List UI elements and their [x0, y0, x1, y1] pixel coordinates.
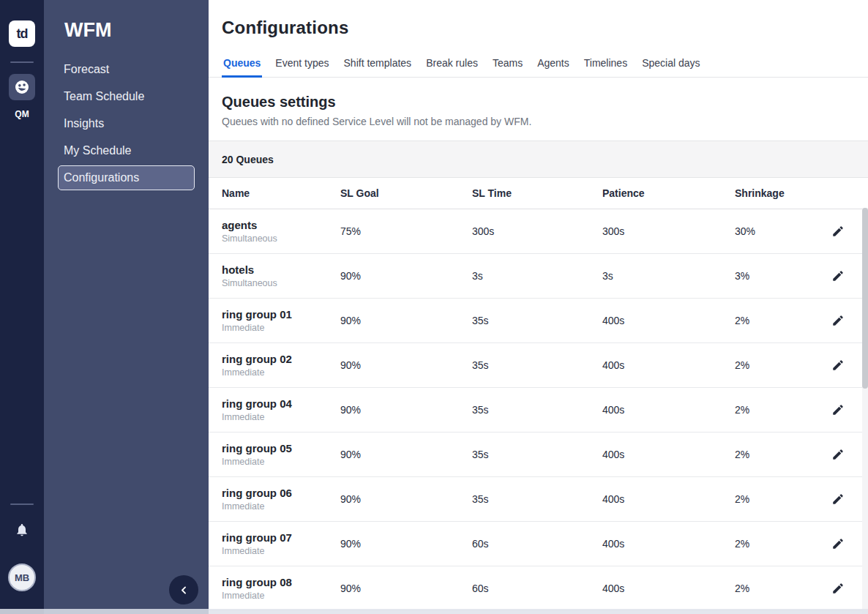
qm-app-label: QM	[15, 109, 29, 119]
edit-queue-button[interactable]	[830, 491, 846, 507]
queue-name: ring group 07	[222, 531, 340, 544]
queue-name: ring group 06	[222, 487, 340, 499]
edit-queue-button[interactable]	[830, 402, 846, 418]
tab-shift-templates[interactable]: Shift templates	[343, 53, 414, 78]
chevron-left-icon	[179, 585, 190, 596]
queue-name: ring group 02	[222, 353, 340, 365]
user-avatar[interactable]: MB	[8, 564, 36, 591]
notifications-bell-button[interactable]	[15, 523, 29, 537]
queue-patience: 400s	[602, 583, 735, 594]
column-header-sl-goal: SL Goal	[340, 187, 472, 199]
pencil-icon	[831, 493, 845, 506]
tab-special-days[interactable]: Special days	[640, 53, 701, 78]
queue-type: Immediate	[222, 501, 340, 512]
queue-patience: 400s	[602, 538, 735, 550]
queue-sl-goal: 90%	[340, 315, 472, 326]
tab-timelines[interactable]: Timelines	[583, 53, 629, 78]
edit-queue-button[interactable]	[830, 268, 846, 284]
queue-sl-time: 35s	[472, 359, 602, 371]
edit-queue-button[interactable]	[830, 223, 846, 239]
scrollbar-thumb[interactable]	[862, 208, 868, 389]
queue-name: agents	[222, 219, 340, 231]
tab-break-rules[interactable]: Break rules	[424, 53, 479, 78]
table-vertical-scrollbar[interactable]	[862, 208, 868, 614]
queue-type: Immediate	[222, 546, 340, 556]
column-header-shrinkage: Shrinkage	[735, 187, 817, 199]
table-header-row: NameSL GoalSL TimePatienceShrinkage	[209, 178, 868, 209]
column-header-sl-time: SL Time	[472, 187, 602, 199]
queue-type: Immediate	[222, 367, 340, 378]
queue-row: ring group 04 Immediate 90% 35s 400s 2%	[209, 388, 868, 433]
horizontal-scrollbar[interactable]	[0, 609, 868, 614]
queue-type: Simultaneous	[222, 278, 340, 288]
queue-patience: 400s	[602, 493, 735, 505]
tab-queues[interactable]: Queues	[222, 53, 262, 78]
pencil-icon	[831, 537, 845, 550]
queue-shrinkage: 30%	[735, 225, 817, 237]
main-content: Configurations QueuesEvent typesShift te…	[209, 0, 868, 614]
queue-type: Immediate	[222, 323, 340, 333]
pencil-icon	[831, 448, 845, 461]
queue-row: ring group 07 Immediate 90% 60s 400s 2%	[209, 522, 868, 566]
pencil-icon	[831, 269, 845, 282]
sidebar-item-configurations[interactable]: Configurations	[58, 165, 195, 190]
queue-sl-goal: 75%	[340, 225, 472, 237]
queues-count-band: 20 Queues	[209, 141, 868, 178]
queue-sl-time: 35s	[472, 493, 602, 505]
queue-sl-goal: 90%	[340, 538, 472, 550]
queue-shrinkage: 2%	[735, 493, 817, 505]
queue-sl-time: 60s	[472, 583, 602, 594]
queue-shrinkage: 2%	[735, 359, 817, 371]
sidebar-item-team-schedule[interactable]: Team Schedule	[58, 84, 195, 109]
queue-shrinkage: 2%	[735, 404, 817, 416]
queue-sl-time: 35s	[472, 315, 602, 326]
tab-teams[interactable]: Teams	[491, 53, 524, 78]
queue-shrinkage: 2%	[735, 315, 817, 326]
pencil-icon	[831, 314, 845, 327]
queue-sl-goal: 90%	[340, 583, 472, 594]
sidebar-item-forecast[interactable]: Forecast	[58, 57, 195, 82]
table-body: agents Simultaneous 75% 300s 300s 30% ho…	[209, 209, 868, 614]
queue-sl-goal: 90%	[340, 270, 472, 282]
edit-queue-button[interactable]	[830, 357, 846, 373]
queue-sl-time: 35s	[472, 449, 602, 460]
sidebar-item-my-schedule[interactable]: My Schedule	[58, 138, 195, 163]
sidebar-item-insights[interactable]: Insights	[58, 111, 195, 136]
section-description: Queues with no defined Service Level wil…	[222, 116, 855, 141]
queue-patience: 3s	[602, 270, 735, 282]
column-header-patience: Patience	[602, 187, 735, 199]
tab-event-types[interactable]: Event types	[274, 53, 330, 78]
talkdesk-logo-text: td	[17, 26, 28, 42]
queue-patience: 400s	[602, 404, 735, 416]
queue-sl-goal: 90%	[340, 449, 472, 460]
queues-settings-section: Queues settings Queues with no defined S…	[209, 78, 868, 141]
queue-shrinkage: 2%	[735, 538, 817, 550]
app-title: WFM	[44, 18, 209, 42]
tab-agents[interactable]: Agents	[536, 53, 571, 78]
pencil-icon	[831, 225, 845, 238]
queue-patience: 300s	[602, 225, 735, 237]
queue-name: hotels	[222, 263, 340, 276]
talkdesk-logo[interactable]: td	[9, 20, 35, 47]
edit-queue-button[interactable]	[830, 446, 846, 463]
sidebar-collapse-button[interactable]	[169, 575, 198, 604]
queue-type: Immediate	[222, 412, 340, 422]
queue-shrinkage: 3%	[735, 270, 817, 282]
qm-app-button[interactable]	[9, 74, 35, 100]
queue-row: hotels Simultaneous 90% 3s 3s 3%	[209, 254, 868, 299]
user-avatar-initials: MB	[15, 572, 29, 583]
queue-patience: 400s	[602, 315, 735, 326]
queue-name: ring group 04	[222, 397, 340, 410]
bell-icon	[15, 523, 29, 537]
queue-shrinkage: 2%	[735, 449, 817, 460]
edit-queue-button[interactable]	[830, 536, 846, 552]
queue-sl-time: 3s	[472, 270, 602, 282]
queue-sl-time: 60s	[472, 538, 602, 550]
sidebar-nav: ForecastTeam ScheduleInsightsMy Schedule…	[44, 57, 209, 190]
edit-queue-button[interactable]	[830, 580, 846, 596]
edit-queue-button[interactable]	[830, 312, 846, 329]
queue-name: ring group 08	[222, 576, 340, 588]
app-root: td QM MB	[0, 0, 868, 614]
queue-name: ring group 05	[222, 442, 340, 454]
queue-type: Simultaneous	[222, 233, 340, 244]
